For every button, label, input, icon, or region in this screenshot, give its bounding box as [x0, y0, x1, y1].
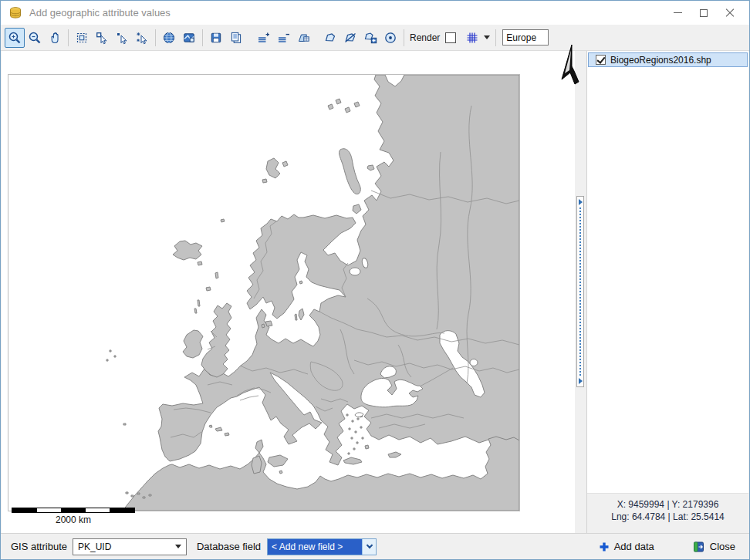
grid-icon: [465, 31, 479, 45]
polygon-button[interactable]: [320, 28, 340, 48]
select-pointer-button[interactable]: [112, 28, 132, 48]
map-viewport[interactable]: 2000 km: [2, 51, 575, 533]
remove-lines-icon: [276, 31, 290, 45]
europe-map[interactable]: [8, 75, 519, 511]
collapse-arrow-icon: [579, 378, 583, 384]
toolbar-separator: [68, 29, 69, 46]
chevron-down-icon: [484, 35, 490, 39]
zoom-out-icon: [28, 31, 42, 45]
database-field-dropdown-button[interactable]: [362, 539, 376, 555]
lake-ladoga: [350, 268, 360, 275]
attribute-table-button[interactable]: [293, 28, 313, 48]
toolbar: Render: [1, 25, 749, 51]
main-area: 2000 km BiogeoRegions2016.shp X: 9459994…: [2, 51, 748, 533]
gis-attribute-label: GIS attribute: [11, 541, 67, 552]
zoom-out-button[interactable]: [25, 28, 45, 48]
window-controls: [664, 4, 743, 22]
layer-list[interactable]: BiogeoRegions2016.shp: [587, 51, 748, 493]
maximize-button[interactable]: [691, 4, 717, 22]
titlebar: Add geographic attribute values: [1, 1, 749, 25]
coordinate-xy: X: 9459994 | Y: 2179396: [587, 498, 748, 511]
database-field-value: < Add new field >: [268, 539, 362, 555]
database-field-select[interactable]: < Add new field >: [267, 538, 377, 555]
select-rectangle-button[interactable]: [92, 28, 112, 48]
zoom-to-map-icon: [182, 31, 196, 45]
layer-visibility-checkbox[interactable]: [596, 55, 606, 65]
search-input[interactable]: [502, 29, 549, 46]
minimize-button[interactable]: [664, 4, 691, 22]
render-label: Render: [410, 32, 440, 43]
grid-button[interactable]: [463, 29, 481, 47]
clear-selection-icon: [135, 31, 149, 45]
point-circle-button[interactable]: [380, 28, 400, 48]
chevron-down-icon: [366, 542, 372, 548]
grid-dropdown-button[interactable]: [481, 29, 492, 47]
toolbar-separator: [202, 29, 203, 46]
zoom-to-map-button[interactable]: [179, 28, 199, 48]
globe-button[interactable]: [159, 28, 179, 48]
close-window-button[interactable]: [717, 4, 743, 22]
toolbar-separator: [404, 29, 404, 46]
scale-bar: 2000 km: [12, 508, 135, 525]
plus-icon: [599, 541, 610, 552]
window-title: Add geographic attribute values: [29, 7, 664, 19]
scale-bar-label: 2000 km: [12, 514, 135, 525]
select-rectangle-icon: [95, 31, 109, 45]
render-checkbox[interactable]: [445, 32, 456, 43]
save-icon: [209, 31, 223, 45]
bottom-bar-actions: Add data Close: [599, 541, 749, 553]
collapse-arrow-icon: [579, 199, 583, 205]
coordinate-readout: X: 9459994 | Y: 2179396 Lng: 64.4784 | L…: [587, 493, 748, 533]
zoom-extent-icon: [75, 31, 89, 45]
coordinate-lnglat: Lng: 64.4784 | Lat: 25.5414: [587, 511, 748, 523]
toolbar-separator: [155, 29, 156, 46]
kara-bogaz: [470, 359, 478, 366]
panel-splitter: [575, 51, 586, 533]
add-lines-button[interactable]: [253, 28, 273, 48]
remove-lines-button[interactable]: [273, 28, 293, 48]
clear-selection-button[interactable]: [132, 28, 152, 48]
database-icon: [8, 6, 22, 20]
polygon-add-button[interactable]: [360, 28, 380, 48]
add-data-label: Add data: [614, 541, 654, 552]
zoom-in-icon: [8, 31, 22, 45]
polygon-erase-icon: [343, 31, 357, 45]
add-data-button[interactable]: Add data: [599, 541, 654, 552]
copy-icon: [229, 31, 243, 45]
splitter-dots: [579, 207, 581, 376]
layer-label: BiogeoRegions2016.shp: [610, 55, 711, 66]
minimize-icon: [674, 12, 682, 13]
globe-icon: [162, 31, 176, 45]
close-label: Close: [710, 541, 735, 552]
polygon-erase-button[interactable]: [340, 28, 360, 48]
gis-attribute-value: PK_UID: [78, 541, 175, 552]
pan-button[interactable]: [45, 28, 65, 48]
scale-bar-segments: [12, 508, 135, 513]
layer-item[interactable]: BiogeoRegions2016.shp: [588, 52, 748, 67]
splitter-grip[interactable]: [576, 196, 584, 387]
bottom-bar: GIS attribute PK_UID Database field < Ad…: [1, 533, 749, 559]
polygon-add-icon: [363, 31, 377, 45]
select-pointer-icon: [115, 31, 129, 45]
zoom-extent-button[interactable]: [72, 28, 92, 48]
maximize-icon: [700, 9, 708, 17]
zoom-in-button[interactable]: [5, 28, 25, 48]
save-button[interactable]: [206, 28, 226, 48]
attribute-table-icon: [296, 31, 310, 45]
app-window: Add geographic attribute values: [0, 0, 750, 560]
toolbar-separator: [495, 29, 496, 46]
gis-attribute-select[interactable]: PK_UID: [73, 538, 187, 555]
layers-panel: BiogeoRegions2016.shp X: 9459994 | Y: 21…: [586, 51, 748, 533]
close-icon: [725, 8, 735, 18]
add-lines-icon: [256, 31, 270, 45]
pan-hand-icon: [48, 31, 62, 45]
chevron-down-icon: [175, 545, 181, 548]
database-field-label: Database field: [197, 541, 261, 552]
close-button[interactable]: Close: [693, 541, 735, 553]
point-circle-icon: [383, 31, 397, 45]
copy-button[interactable]: [226, 28, 246, 48]
polygon-icon: [323, 31, 337, 45]
exit-door-icon: [693, 541, 705, 553]
